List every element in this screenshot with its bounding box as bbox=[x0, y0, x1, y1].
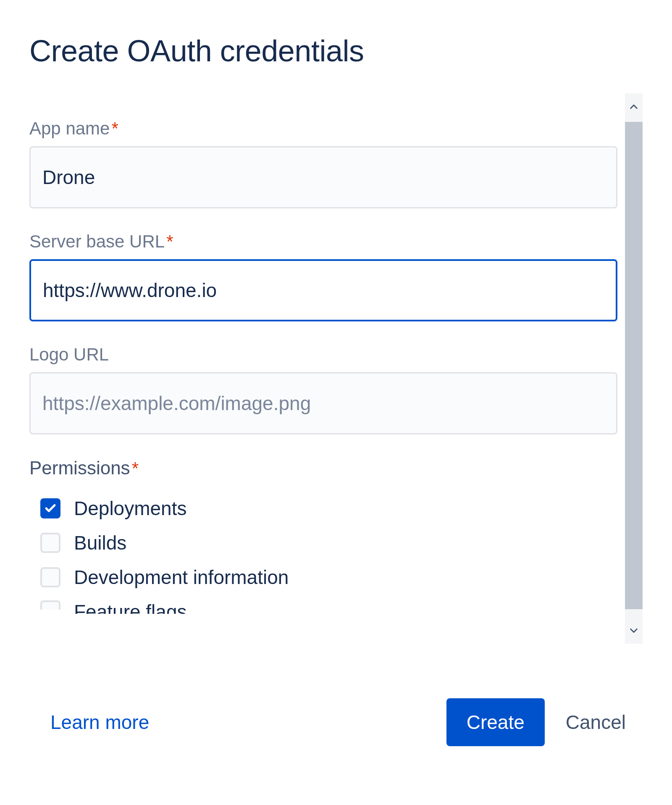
field-app-name: App name* bbox=[29, 118, 617, 208]
learn-more-link[interactable]: Learn more bbox=[50, 711, 149, 734]
dialog-title: Create OAuth credentials bbox=[29, 34, 643, 68]
dialog-footer: Learn more Create Cancel bbox=[0, 669, 672, 805]
scroll-down-icon[interactable] bbox=[625, 619, 643, 642]
scroll-up-icon[interactable] bbox=[625, 95, 643, 118]
required-mark: * bbox=[111, 118, 118, 138]
required-mark: * bbox=[132, 458, 139, 478]
scrollbar-track[interactable] bbox=[625, 93, 643, 644]
oauth-credentials-dialog: Create OAuth credentials App name* Serve… bbox=[0, 0, 672, 805]
form-body: App name* Server base URL* Logo URL Perm… bbox=[29, 93, 617, 644]
logo-url-label: Logo URL bbox=[29, 345, 617, 365]
server-base-url-label: Server base URL* bbox=[29, 232, 617, 252]
checkbox-checked-icon[interactable] bbox=[40, 498, 60, 518]
scroll-region: App name* Server base URL* Logo URL Perm… bbox=[29, 93, 643, 644]
permission-item-builds[interactable]: Builds bbox=[29, 526, 617, 560]
required-mark: * bbox=[166, 232, 173, 251]
server-base-url-label-text: Server base URL bbox=[29, 232, 165, 251]
app-name-label: App name* bbox=[29, 118, 617, 139]
cancel-button[interactable]: Cancel bbox=[562, 698, 630, 746]
checkbox-unchecked-icon[interactable] bbox=[40, 600, 60, 610]
create-button[interactable]: Create bbox=[446, 698, 545, 746]
permission-item-deployments[interactable]: Deployments bbox=[29, 491, 617, 526]
permissions-heading-text: Permissions bbox=[29, 458, 130, 478]
permissions-heading: Permissions* bbox=[29, 458, 617, 479]
app-name-label-text: App name bbox=[29, 118, 110, 138]
app-name-input[interactable] bbox=[29, 146, 617, 208]
permission-label: Builds bbox=[74, 531, 126, 554]
checkbox-unchecked-icon[interactable] bbox=[40, 567, 60, 587]
checkbox-unchecked-icon[interactable] bbox=[40, 533, 60, 553]
permission-item-devinfo[interactable]: Development information bbox=[29, 560, 617, 595]
scrollbar-thumb[interactable] bbox=[625, 122, 643, 609]
logo-url-input[interactable] bbox=[29, 372, 617, 434]
permission-label: Development information bbox=[74, 566, 289, 589]
permission-item-featureflags-cutoff[interactable]: Feature flags bbox=[29, 600, 617, 614]
server-base-url-input[interactable] bbox=[29, 259, 617, 321]
permission-label: Deployments bbox=[74, 497, 186, 520]
logo-url-label-text: Logo URL bbox=[29, 345, 109, 364]
field-logo-url: Logo URL bbox=[29, 345, 617, 434]
field-server-base-url: Server base URL* bbox=[29, 232, 617, 321]
permission-label: Feature flags bbox=[74, 600, 186, 614]
